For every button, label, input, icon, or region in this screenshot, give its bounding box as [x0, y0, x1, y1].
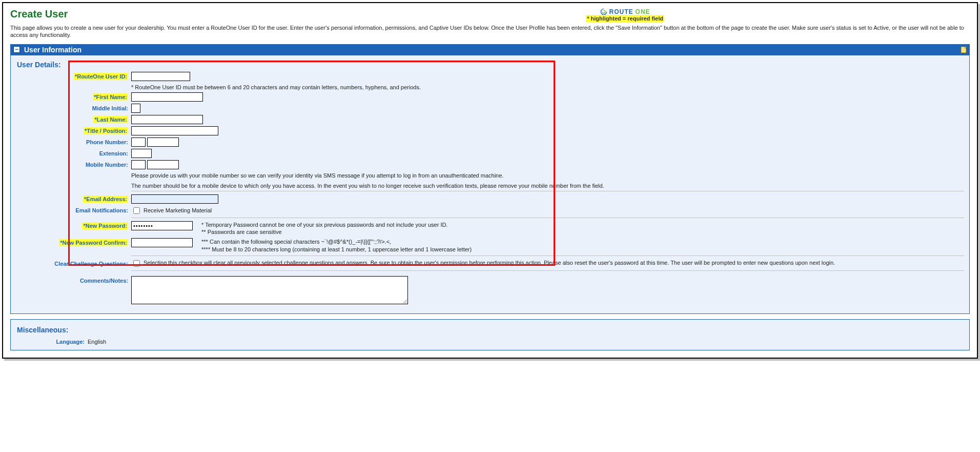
- collapse-icon[interactable]: −: [13, 46, 20, 53]
- hint-password-block-2: *** Can contain the following special ch…: [201, 238, 472, 253]
- label-comments: Comments/Notes:: [16, 276, 131, 284]
- hint-pwd-3: *** Can contain the following special ch…: [201, 239, 391, 245]
- label-phone: Phone Number:: [16, 137, 131, 145]
- user-details-form: *RouteOne User ID: * RouteOne User ID mu…: [16, 72, 964, 305]
- label-title-position: *Title / Position:: [16, 126, 131, 134]
- label-new-password: *New Password:: [16, 221, 131, 229]
- divider-1: [131, 191, 964, 191]
- hint-pwd-2: ** Passwords are case sensitive: [201, 229, 282, 235]
- hint-pwd-1: * Temporary Password cannot be one of yo…: [201, 222, 447, 228]
- label-extension: Extension:: [16, 149, 131, 156]
- page-icon[interactable]: [961, 46, 967, 53]
- label-email-notifications: Email Notifications:: [16, 206, 131, 213]
- input-email[interactable]: [131, 194, 218, 204]
- create-user-page: Create User ROUTEONE * highlighted = req…: [2, 2, 978, 359]
- input-phone-number[interactable]: [147, 137, 179, 147]
- checkbox-clear-challenge[interactable]: [133, 260, 140, 267]
- input-phone-area[interactable]: [131, 137, 146, 147]
- section-bar-user-information[interactable]: − User Information: [10, 44, 970, 55]
- page-header: Create User ROUTEONE * highlighted = req…: [10, 8, 970, 22]
- clear-challenge-text: Selecting this checkbox will clear all p…: [144, 259, 835, 266]
- logo-text-one: ONE: [636, 8, 650, 15]
- label-clear-challenge: Clear Challenge Questions:: [16, 259, 131, 267]
- divider-3: [131, 256, 964, 256]
- label-user-id: *RouteOne User ID:: [16, 72, 131, 80]
- user-details-heading: User Details:: [17, 61, 964, 69]
- label-middle-initial: Middle Initial:: [16, 104, 131, 111]
- logo-text-route: ROUTE: [609, 8, 634, 15]
- hint-mobile-1: Please provide us with your mobile numbe…: [131, 171, 964, 179]
- input-title-position[interactable]: [131, 126, 218, 135]
- hint-user-id: * RouteOne User ID must be between 6 and…: [131, 83, 964, 90]
- input-user-id[interactable]: [131, 72, 190, 81]
- value-language: English: [88, 337, 964, 345]
- label-mobile: Mobile Number:: [16, 160, 131, 168]
- divider-2: [131, 218, 964, 218]
- hint-password-block: * Temporary Password cannot be one of yo…: [201, 221, 447, 237]
- page-title: Create User: [10, 8, 68, 20]
- logo-swirl-icon: [600, 8, 607, 15]
- section-miscellaneous: Miscellaneous: Language: English: [10, 319, 970, 350]
- input-new-password[interactable]: [131, 221, 193, 230]
- textarea-comments[interactable]: [131, 276, 408, 304]
- input-new-password-confirm[interactable]: [131, 238, 193, 247]
- input-first-name[interactable]: [131, 92, 203, 102]
- input-mobile-area[interactable]: [131, 160, 146, 169]
- input-extension[interactable]: [131, 149, 152, 158]
- hint-mobile-2: The number should be for a mobile device…: [131, 182, 964, 189]
- misc-heading: Miscellaneous:: [17, 326, 964, 334]
- divider-4: [131, 270, 964, 271]
- section-body-user-information: User Details: *RouteOne User ID: * Route…: [10, 55, 970, 314]
- label-marketing: Receive Marketing Material: [144, 207, 212, 213]
- label-email: *Email Address:: [16, 194, 131, 202]
- label-language: Language:: [16, 337, 88, 345]
- label-last-name: *Last Name:: [16, 115, 131, 123]
- input-last-name[interactable]: [131, 115, 203, 124]
- input-mobile-number[interactable]: [147, 160, 179, 169]
- required-field-note: * highlighted = required field: [586, 15, 664, 22]
- brand-block: ROUTEONE * highlighted = required field: [586, 8, 664, 22]
- routeone-logo: ROUTEONE: [586, 8, 664, 15]
- label-first-name: *First Name:: [16, 92, 131, 100]
- intro-text: This page allows you to create a new use…: [10, 24, 970, 39]
- input-middle-initial[interactable]: [131, 104, 140, 113]
- hint-pwd-4: **** Must be 8 to 20 characters long (co…: [201, 246, 472, 252]
- label-new-password-confirm: *New Password Confirm:: [16, 238, 131, 246]
- section-title: User Information: [24, 46, 81, 54]
- checkbox-marketing[interactable]: [133, 207, 140, 214]
